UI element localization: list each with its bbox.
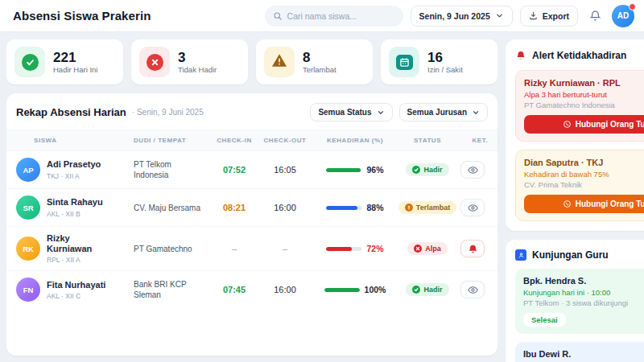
status-badge: Hadir [406,163,448,176]
check-circle-icon [22,54,39,71]
visit-card: Bpk. Hendra S. Kunjungan hari ini · 10:0… [515,269,644,334]
stat-value: 3 [178,50,217,66]
alert-company: CV. Prima Teknik [524,180,644,189]
column-header: CHECK-IN [211,137,258,144]
whatsapp-phone-icon [563,200,572,208]
notifications-bell-button[interactable] [585,6,605,26]
visit-teacher: Bpk. Hendra S. [523,276,644,286]
alert-dot-icon [405,204,413,212]
view-detail-button[interactable] [460,199,485,216]
status-badge: Hadir [406,283,448,296]
student-class: TKJ · XII A [47,172,109,180]
search-icon [273,11,283,21]
content-area: 221 Hadir Hari Ini 3 Tidak Hadir [0,32,644,362]
table-row: SR Sinta Rahayu AKL · XII B CV. Maju Ber… [6,189,497,227]
status-badge: Terlambat [398,201,456,214]
stat-card-izin-sakit: 16 Izin / Sakit [381,39,497,84]
stat-label: Terlambat [303,65,336,74]
stat-value: 8 [303,50,336,66]
x-icon [414,245,422,253]
stat-label: Hadir Hari Ini [53,65,97,74]
check-out-time: 16:00 [258,285,312,294]
stats-row: 221 Hadir Hari Ini 3 Tidak Hadir [6,39,497,84]
alert-student: Rizky Kurniawan · RPL [524,78,644,88]
attendance-table-card: Rekap Absensi Harian · Senin, 9 Juni 202… [6,93,497,356]
check-out-time: – [258,244,312,253]
column-header: KEHADIRAN (%) [312,137,398,144]
student-name: Adi Prasetyo [47,159,109,170]
stat-card-hadir: 221 Hadir Hari Ini [6,39,123,84]
check-icon [412,166,420,174]
attendance-progress-bar [326,247,361,251]
calendar-icon [396,55,413,70]
chevron-down-icon [495,11,504,20]
eye-icon [468,165,478,175]
search-input[interactable] [287,11,395,21]
check-in-time: 07:52 [211,165,258,175]
check-in-time: – [211,244,258,253]
status-filter-dropdown[interactable]: Semua Status [310,103,392,121]
view-detail-button[interactable] [460,161,485,179]
eye-icon [468,285,478,295]
alert-student: Dian Saputra · TKJ [524,158,644,167]
check-in-time: 07:45 [211,285,258,294]
jurusan-filter-dropdown[interactable]: Semua Jurusan [399,103,488,121]
user-avatar[interactable]: AD [612,5,634,27]
view-detail-button[interactable] [460,281,485,298]
dudi-name: PT Gamatechno [134,244,211,254]
search-box[interactable] [265,6,403,27]
notify-alert-button[interactable] [460,240,485,257]
status-badge: Alpa [407,242,448,255]
top-bar: Absensi Siswa Prakerin Senin, 9 Jun 2025… [0,0,644,32]
teacher-card-icon [515,249,526,261]
attendance-progress-bar [324,288,360,292]
eye-icon [468,203,478,213]
alert-company: PT Gamatechno Indonesia [524,101,644,109]
student-name: Sinta Rahayu [47,197,109,208]
table-row: AP Adi Prasetyo TKJ · XII A PT Telkom In… [6,151,497,189]
attendance-progress-bar [326,206,361,210]
table-subtitle: · Senin, 9 Juni 2025 [132,108,204,117]
dudi-name: PT Telkom Indonesia [134,159,211,180]
page-title: Absensi Siswa Prakerin [13,9,151,23]
contact-parent-button[interactable]: Hubungi Orang Tua [524,115,644,134]
visit-card: Ibu Dewi R. Dijadwalkan · Rabu, 11 Jun C… [515,342,644,362]
column-header: CHECK-OUT [258,137,312,144]
export-label: Export [543,11,569,21]
attendance-percent: 100% [365,285,386,294]
date-selector[interactable]: Senin, 9 Jun 2025 [411,6,513,27]
warning-triangle-icon [271,53,287,71]
visit-detail: PT Telkom · 3 siswa dikunjungi [523,298,644,307]
table-row: RK Rizky Kurniawan RPL · XII A PT Gamate… [6,227,497,271]
table-title: Rekap Absensi Harian [16,106,126,118]
visit-status-badge[interactable]: Selesai [523,313,566,327]
teacher-visits-panel: Kunjungan Guru Bpk. Hendra S. Kunjungan … [506,240,644,362]
avatar: RK [16,237,40,261]
stat-label: Izin / Sakit [427,65,463,74]
column-header: KET. [457,137,488,144]
stat-value: 16 [427,50,463,66]
dudi-name: Bank BRI KCP Sleman [134,279,211,300]
avatar: FN [16,278,40,302]
student-class: RPL · XII A [47,256,109,264]
chevron-down-icon [472,109,480,117]
chevron-down-icon [377,109,385,117]
avatar-initials: AD [617,11,629,20]
check-in-time: 08:21 [211,203,258,212]
student-name: Fita Nurhayati [47,280,109,290]
alerts-title: Alert Ketidakhadiran [532,50,626,61]
stat-value: 221 [53,50,97,66]
student-class: AKL · XII C [47,292,109,300]
contact-parent-button[interactable]: Hubungi Orang Tua [524,195,644,213]
column-header: DUDI / TEMPAT [134,137,211,144]
table-row: FN Fita Nurhayati AKL · XII C Bank BRI K… [6,271,497,308]
stat-card-tidak-hadir: 3 Tidak Hadir [131,39,248,84]
export-button[interactable]: Export [520,6,578,27]
x-circle-icon [147,54,163,71]
check-out-time: 16:00 [258,203,312,212]
alert-reason: Alpa 3 hari berturut-turut [524,90,644,99]
bell-icon [515,50,526,61]
attendance-percent: 96% [366,165,383,175]
student-class: AKL · XII B [47,210,109,218]
attendance-percent: 88% [366,203,383,212]
